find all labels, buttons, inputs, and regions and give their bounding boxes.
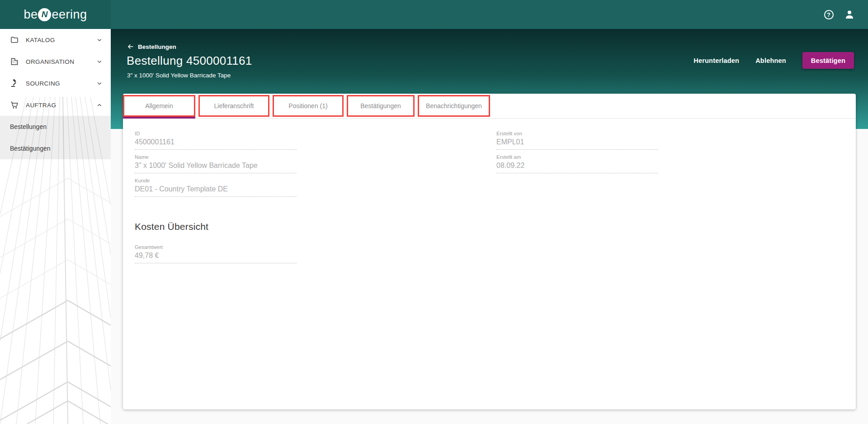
tab-label: Lieferanschrift xyxy=(214,102,254,110)
tab-positionen[interactable]: Positionen (1) xyxy=(273,95,344,117)
beneering-logo: be N eering xyxy=(24,8,87,22)
tab-allgemein[interactable]: Allgemein xyxy=(123,95,195,117)
field-name: Name 3" x 1000' Solid Yellow Barricade T… xyxy=(135,154,297,173)
sidebar-item-label: SOURCING xyxy=(26,80,95,87)
field-value: 3" x 1000' Solid Yellow Barricade Tape xyxy=(135,162,297,173)
sidebar-nav: KATALOG ORGANISATION xyxy=(0,29,111,159)
field-label: Gesamtwert xyxy=(135,244,297,250)
person-icon[interactable] xyxy=(844,9,855,20)
bestaetigen-button[interactable]: Bestätigen xyxy=(802,52,854,69)
field-value: 4500001161 xyxy=(135,138,297,150)
back-link[interactable]: Bestellungen xyxy=(127,43,176,50)
folder-icon xyxy=(10,35,19,44)
help-icon[interactable]: ? xyxy=(823,9,835,20)
herunterladen-button[interactable]: Herunterladen xyxy=(693,57,739,64)
field-gesamtwert: Gesamtwert 49,78 € xyxy=(135,244,297,263)
application-window: be N eering ? xyxy=(0,0,868,424)
field-label: ID xyxy=(135,131,297,136)
sidebar-item-label: KATALOG xyxy=(26,37,95,43)
form-column-right: Erstellt von EMPL01 Erstellt am 08.09.22 xyxy=(496,131,658,178)
sidebar-item-bestellungen[interactable]: Bestellungen xyxy=(0,116,111,138)
field-value: 08.09.22 xyxy=(496,162,658,173)
field-kunde: Kunde DE01 - Country Template DE xyxy=(135,178,297,197)
tab-label: Bestätigungen xyxy=(360,102,401,110)
chevron-down-icon xyxy=(95,79,104,87)
tab-label: Positionen (1) xyxy=(288,102,327,110)
chevron-up-icon xyxy=(95,101,104,109)
chevron-down-icon xyxy=(95,57,104,66)
tab-bestaetigungen[interactable]: Bestätigungen xyxy=(347,95,415,117)
tab-bar: Allgemein Lieferanschrift Positionen (1)… xyxy=(123,94,856,119)
tab-label: Allgemein xyxy=(145,102,173,110)
sub-item-label: Bestellungen xyxy=(10,123,47,130)
sidebar-item-label: AUFTRAG xyxy=(26,102,95,109)
field-value: EMPL01 xyxy=(496,138,658,150)
field-erstellt-am: Erstellt am 08.09.22 xyxy=(496,154,658,173)
sidebar-item-organisation[interactable]: ORGANISATION xyxy=(0,51,111,72)
field-erstellt-von: Erstellt von EMPL01 xyxy=(496,131,658,150)
page-title: Bestellung 4500001161 xyxy=(127,54,252,68)
field-id: ID 4500001161 xyxy=(135,131,297,150)
section-title-kosten: Kosten Übersicht xyxy=(135,221,297,232)
brand-logo[interactable]: be N eering xyxy=(0,0,111,29)
gavel-icon xyxy=(10,79,19,88)
cart-icon xyxy=(10,100,19,110)
auftrag-submenu: Bestellungen Bestätigungen xyxy=(0,116,111,159)
logo-text-post: eering xyxy=(52,8,87,22)
page-subtitle: 3" x 1000' Solid Yellow Barricade Tape xyxy=(127,72,231,79)
app-bar: be N eering ? xyxy=(0,0,868,29)
tab-lieferanschrift[interactable]: Lieferanschrift xyxy=(198,95,269,117)
field-value: DE01 - Country Template DE xyxy=(135,185,297,197)
back-link-label: Bestellungen xyxy=(138,43,176,50)
field-label: Erstellt von xyxy=(496,131,658,136)
sub-item-label: Bestätigungen xyxy=(10,145,51,152)
app-bar-actions: ? xyxy=(823,9,868,20)
sidebar-item-auftrag[interactable]: AUFTRAG xyxy=(0,94,111,116)
field-label: Kunde xyxy=(135,178,297,183)
sidebar-item-katalog[interactable]: KATALOG xyxy=(0,29,111,51)
back-arrow-icon xyxy=(127,43,134,50)
form-column-left: ID 4500001161 Name 3" x 1000' Solid Yell… xyxy=(135,131,297,263)
building-icon xyxy=(10,57,19,66)
field-label: Name xyxy=(135,154,297,160)
logo-text-pre: be xyxy=(24,8,38,22)
header-actions: Herunterladen Ablehnen Bestätigen xyxy=(693,52,854,69)
tab-label: Benachrichtigungen xyxy=(426,102,482,110)
sidebar-item-bestaetigungen[interactable]: Bestätigungen xyxy=(0,138,111,159)
sidebar: KATALOG ORGANISATION xyxy=(0,29,111,424)
chevron-down-icon xyxy=(95,36,104,44)
tab-content-allgemein: ID 4500001161 Name 3" x 1000' Solid Yell… xyxy=(123,119,856,263)
order-detail-card: Allgemein Lieferanschrift Positionen (1)… xyxy=(123,94,856,410)
field-label: Erstellt am xyxy=(496,154,658,160)
sidebar-item-label: ORGANISATION xyxy=(26,58,95,65)
main-area: Bestellungen Bestellung 4500001161 3" x … xyxy=(111,29,868,424)
ablehnen-button[interactable]: Ablehnen xyxy=(755,57,786,64)
logo-n-circle-icon: N xyxy=(38,8,51,21)
sidebar-item-sourcing[interactable]: SOURCING xyxy=(0,72,111,94)
tab-benachrichtigungen[interactable]: Benachrichtigungen xyxy=(418,95,490,117)
field-value: 49,78 € xyxy=(135,252,297,263)
